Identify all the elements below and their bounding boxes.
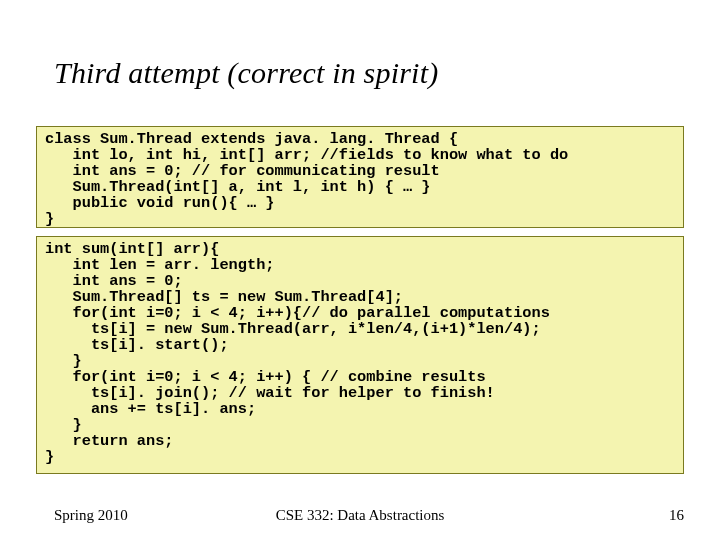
code-block-sum: int sum(int[] arr){ int len = arr. lengt… (45, 241, 675, 465)
slide-title: Third attempt (correct in spirit) (54, 56, 438, 90)
footer-page-number: 16 (669, 507, 684, 524)
footer: Spring 2010 CSE 332: Data Abstractions 1… (0, 504, 720, 524)
code-box-class: class Sum.Thread extends java. lang. Thr… (36, 126, 684, 228)
slide: Third attempt (correct in spirit) class … (0, 0, 720, 540)
code-box-sum: int sum(int[] arr){ int len = arr. lengt… (36, 236, 684, 474)
footer-center: CSE 332: Data Abstractions (0, 507, 720, 524)
code-block-class: class Sum.Thread extends java. lang. Thr… (45, 131, 675, 227)
